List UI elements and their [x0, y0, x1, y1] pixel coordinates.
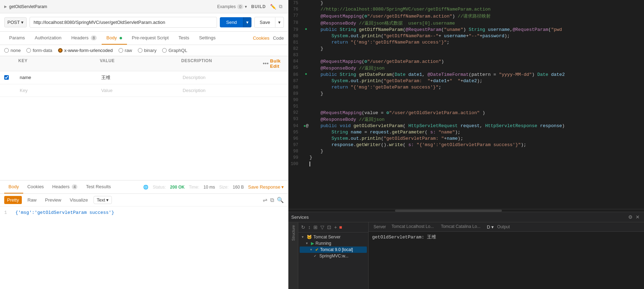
body-type-graphql[interactable]: GraphQL — [162, 48, 187, 53]
empty-description-cell[interactable] — [181, 86, 263, 94]
row-key-cell[interactable] — [18, 73, 100, 81]
tab-params[interactable]: Params — [4, 32, 30, 45]
format-tab-pretty[interactable]: Pretty — [4, 196, 22, 204]
response-tab-headers[interactable]: Headers 4 — [48, 180, 82, 193]
description-input[interactable] — [183, 75, 261, 80]
copy-response-icon[interactable]: ⧉ — [270, 197, 274, 203]
response-tab-cookies[interactable]: Cookies — [23, 180, 48, 193]
output-body: getOldServletParam: 王维 — [369, 232, 644, 289]
tree-item-tomcat9[interactable]: ▼ ✔ Tomcat 9.0 [local] — [300, 247, 367, 253]
text-format-select[interactable]: Text ▾ — [94, 196, 112, 204]
time-label: Time: — [189, 185, 199, 190]
add-button[interactable]: + — [333, 224, 338, 231]
examples-button[interactable]: Examples 0 ▾ — [217, 4, 247, 9]
url-bar: POST ▾ Send ▾ Save ▾ — [0, 13, 288, 32]
response-body: 1 {'msg':'getOldServletParam success'} — [0, 206, 288, 289]
key-col-header: KEY — [18, 58, 100, 69]
send-dropdown-button[interactable]: ▾ — [243, 17, 251, 27]
save-dropdown-button[interactable]: ▾ — [275, 17, 284, 28]
filter-button[interactable]: ▽ — [320, 224, 325, 231]
services-tree-panel: ↻ ↕ ⊞ ▽ ⊡ + ■ ▼ 🐱 Tomcat Server ▼ — [298, 222, 369, 289]
send-main-button[interactable]: Send — [220, 17, 243, 27]
examples-label: Examples — [217, 4, 236, 9]
empty-key-input[interactable] — [20, 88, 98, 93]
deploy-button[interactable]: ↕ — [307, 224, 311, 231]
code-link[interactable]: Code — [273, 35, 284, 41]
more-options-button[interactable]: ••• — [263, 60, 269, 67]
edit-icon[interactable]: ✏️ — [269, 3, 278, 10]
row-value-cell[interactable] — [100, 73, 181, 82]
tab-authorization[interactable]: Authorization — [30, 32, 66, 45]
refresh-button[interactable]: ↻ — [300, 224, 306, 231]
output-content: getOldServletParam: 王维 — [372, 235, 436, 240]
body-type-raw[interactable]: raw — [119, 48, 132, 53]
save-response-button[interactable]: Save Response ▾ — [248, 184, 284, 190]
settings-icon[interactable]: ⚙ — [627, 214, 634, 221]
services-toolbar: ↻ ↕ ⊞ ▽ ⊡ + ■ — [298, 222, 368, 232]
tree-item-tomcat-server[interactable]: ▼ 🐱 Tomcat Server — [300, 234, 367, 240]
indent-icon[interactable]: ⇌ — [263, 197, 267, 203]
tab-settings[interactable]: Settings — [194, 32, 221, 45]
description-col-header: DESCRIPTION — [181, 58, 263, 69]
tomcat-server-label: Tomcat Server — [313, 235, 340, 239]
tree-arrow-tomcat9: ▼ — [310, 248, 314, 251]
row-description-cell[interactable] — [181, 73, 263, 81]
format-tab-visualize[interactable]: Visualize — [67, 196, 91, 204]
params-table: KEY VALUE DESCRIPTION ••• Bulk Edit — [0, 56, 288, 180]
copy-icon[interactable]: ⧉ — [278, 3, 284, 10]
empty-value-input[interactable] — [101, 88, 180, 93]
stop-server-button[interactable]: ■ — [339, 224, 342, 230]
save-main-button[interactable]: Save — [254, 17, 275, 28]
response-tab-test-results[interactable]: Test Results — [82, 180, 115, 193]
code-line-86: 86 ● public String getDateParam(Date dat… — [288, 72, 644, 78]
format-tab-raw[interactable]: Raw — [25, 196, 39, 204]
globe-icon: 🌐 — [143, 185, 148, 190]
output-d-select[interactable]: D ▾ — [487, 224, 493, 230]
cookies-link[interactable]: Cookies — [253, 35, 269, 41]
grid-button[interactable]: ⊞ — [313, 224, 318, 231]
tab-pre-request[interactable]: Pre-request Script — [127, 32, 174, 45]
response-format-row: Pretty Raw Preview Visualize Text ▾ ⇌ ⧉ … — [0, 194, 288, 206]
code-line-92: 92 @RequestMapping(value = ⚙"/user/getOl… — [288, 110, 644, 116]
code-line-77: 77 @RequestMapping(⚙"/user/getDiffNamePa… — [288, 13, 644, 20]
search-response-icon[interactable]: 🔍 — [277, 197, 284, 203]
tab-tests[interactable]: Tests — [174, 32, 194, 45]
body-type-none[interactable]: none — [4, 48, 21, 53]
method-chevron: ▾ — [21, 20, 24, 25]
url-input[interactable] — [30, 17, 217, 28]
bulk-edit-link[interactable]: Bulk Edit — [270, 58, 284, 69]
tab-headers[interactable]: Headers 8 — [66, 32, 102, 45]
body-type-binary[interactable]: binary — [138, 48, 157, 53]
code-line-85: 85 @ResponseBody //返回json — [288, 65, 644, 72]
key-input[interactable] — [20, 75, 98, 80]
code-line-100: 100 — [288, 161, 644, 167]
build-label: BUILD — [251, 4, 266, 9]
output-tab-localhost[interactable]: Tomcat Localhost Lo... — [388, 222, 437, 231]
structure-label[interactable]: Structure — [291, 224, 295, 242]
empty-value-cell[interactable] — [100, 86, 181, 94]
tree-item-running[interactable]: ▼ ▶ Running — [300, 240, 367, 247]
output-tab-server[interactable]: Server — [371, 223, 388, 231]
output-panel: Server Tomcat Localhost Lo... Tomcat Cat… — [369, 222, 644, 289]
empty-key-cell[interactable] — [18, 86, 100, 94]
response-content: {'msg':'getOldServletParam success'} — [15, 210, 114, 215]
postman-panel: ▶ getOldServletParam Examples 0 ▾ BUILD … — [0, 0, 288, 289]
horizontal-scrollbar[interactable] — [288, 209, 644, 212]
code-editor[interactable]: 75 } 76 //http://localhost:8080/SpringMV… — [288, 0, 644, 209]
empty-description-input[interactable] — [183, 88, 261, 93]
body-type-form-data[interactable]: form-data — [26, 48, 52, 53]
body-type-urlencoded[interactable]: x-www-form-urlencoded — [58, 48, 113, 53]
table-header: KEY VALUE DESCRIPTION ••• Bulk Edit — [0, 56, 288, 71]
row-checkbox-cell[interactable] — [4, 75, 18, 80]
debug-button[interactable]: ⊡ — [326, 224, 332, 231]
response-status-area: 🌐 Status: 200 OK Time: 10 ms Size: 160 B… — [143, 184, 284, 190]
method-select[interactable]: POST ▾ — [4, 17, 27, 27]
tree-item-springmvc[interactable]: ✔ SpringMVC:w... — [300, 253, 367, 259]
value-input[interactable] — [101, 75, 180, 80]
tab-body[interactable]: Body — [102, 32, 127, 45]
row-checkbox[interactable] — [4, 75, 9, 80]
response-tab-body[interactable]: Body — [4, 180, 23, 193]
format-tab-preview[interactable]: Preview — [42, 196, 64, 204]
output-tab-catalina[interactable]: Tomcat Catalina Lo... — [437, 222, 484, 231]
close-services-icon[interactable]: ✕ — [634, 214, 641, 221]
